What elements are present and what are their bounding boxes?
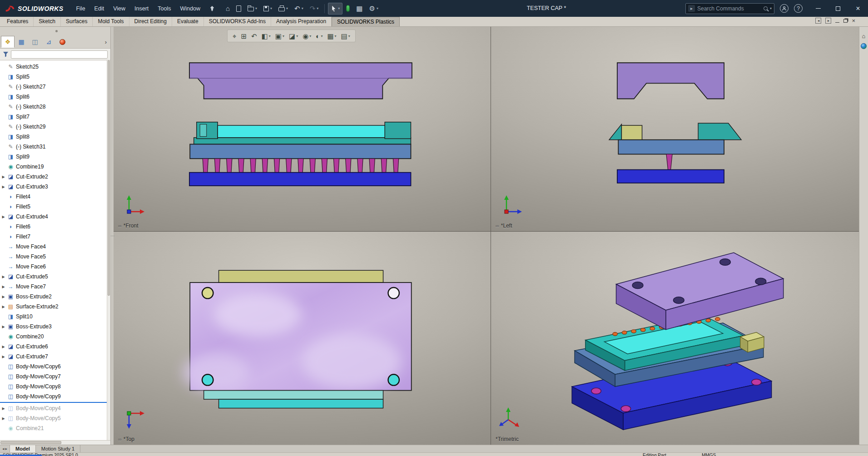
menu-tools[interactable]: Tools <box>153 3 175 14</box>
home-tab-icon[interactable]: ⌂ <box>862 33 866 39</box>
tree-item-cut-extrude2[interactable]: ▶ ◪ Cut-Extrude2 <box>0 172 107 182</box>
top-teal-strip-outer[interactable] <box>204 391 383 399</box>
ribbon-tab-evaluate[interactable]: Evaluate <box>172 17 204 26</box>
tree-item-sketch31[interactable]: ✎ (-) Sketch31 <box>0 142 107 152</box>
tree-item-move-face7[interactable]: ▶ → Move Face7 <box>0 282 107 292</box>
left-steel-plate[interactable] <box>618 140 724 154</box>
tree-item-split6[interactable]: ◨ Split6 <box>0 92 107 102</box>
tab-scroll-left-icon[interactable]: ◂ <box>2 446 5 451</box>
front-steel-plate[interactable] <box>190 144 411 159</box>
featuremanager-tab[interactable]: ❖ <box>1 36 15 48</box>
tree-vertical-scrollbar[interactable] <box>107 60 110 440</box>
tree-item-surface-extrude2[interactable]: ▶ ▤ Surface-Extrude2 <box>0 302 107 312</box>
undo-button[interactable]: ↶▾ <box>292 3 306 14</box>
menu-edit[interactable]: Edit <box>90 3 109 14</box>
ribbon-tab-sketch[interactable]: Sketch <box>34 17 61 26</box>
minimize-button[interactable] <box>808 0 828 17</box>
display-style-button[interactable]: ◪ ▾ <box>288 32 299 40</box>
section-view-button[interactable]: ◧ ▾ <box>260 32 272 40</box>
bottom-tab-model[interactable]: Model <box>10 445 36 452</box>
graphics-area[interactable]: ⌖ ⊞ ↶ ◧ ▾ ▣ ▾ ◪ ▾ ◉ ▾ ◐ ▾ ▦ ▾ ▤ ▾ <box>114 27 859 445</box>
trimetric-top-plate[interactable] <box>616 253 784 329</box>
left-ejector-pin[interactable] <box>666 154 672 169</box>
tree-item-body-move-copy8[interactable]: ◫ Body-Move/Copy8 <box>0 382 107 392</box>
expand-arrow-icon[interactable]: ▶ <box>0 275 7 279</box>
top-view-model[interactable] <box>114 232 491 445</box>
ribbon-tab-analysis-preparation[interactable]: Analysis Preparation <box>271 17 332 26</box>
viewport-pane-trimetric[interactable]: *Trimetric <box>491 232 859 445</box>
tree-item-fillet7[interactable]: ◗ Fillet7 <box>0 232 107 242</box>
front-core-strip[interactable] <box>194 138 411 144</box>
zoom-to-fit-button[interactable]: ⌖ <box>231 32 238 40</box>
configurationmanager-tab[interactable]: ◫ <box>28 36 42 48</box>
apply-scene-button[interactable]: ▦ ▾ <box>326 32 337 40</box>
tree-item-split5[interactable]: ◨ Split5 <box>0 72 107 82</box>
open-document-button[interactable]: ▾ <box>245 3 260 14</box>
top-yellow-strip[interactable] <box>219 270 383 283</box>
tree-item-cut-extrude6[interactable]: ▶ ◪ Cut-Extrude6 <box>0 342 107 352</box>
solidworks-resources-icon[interactable] <box>861 43 867 49</box>
front-base-plate[interactable] <box>189 173 411 186</box>
menu-view[interactable]: View <box>109 3 130 14</box>
tree-item-move-face4[interactable]: → Move Face4 <box>0 242 107 252</box>
tree-item-move-face6[interactable]: → Move Face6 <box>0 262 107 272</box>
tree-item-cut-extrude4[interactable]: ▶ ◪ Cut-Extrude4 <box>0 212 107 222</box>
viewport-pane-top[interactable]: ∞*Top <box>114 232 491 445</box>
units-selector[interactable]: MMGS <box>702 453 716 456</box>
search-commands-box[interactable]: ▸ ▾ <box>685 3 774 14</box>
rollback-bar[interactable] <box>0 402 107 403</box>
front-core-right-block[interactable] <box>385 122 411 139</box>
tree-item-boss-extrude3[interactable]: ▶ ▣ Boss-Extrude3 <box>0 322 107 332</box>
expand-arrow-icon[interactable]: ▶ <box>0 185 7 189</box>
view-settings-button[interactable]: ▤ ▾ <box>340 32 352 40</box>
trimetric-view-model[interactable] <box>491 232 859 445</box>
tree-filter-input[interactable] <box>11 50 108 59</box>
front-top-plate[interactable] <box>189 63 412 99</box>
tree-item-sketch25[interactable]: ✎ Sketch25 <box>0 62 107 72</box>
tree-item-boss-extrude2[interactable]: ▶ ▣ Boss-Extrude2 <box>0 292 107 302</box>
expand-arrow-icon[interactable]: ▶ <box>0 345 7 349</box>
zoom-to-area-button[interactable]: ⊞ <box>239 32 248 40</box>
expand-arrow-icon[interactable]: ▶ <box>0 295 7 299</box>
ribbon-tab-direct-editing[interactable]: Direct Editing <box>129 17 172 26</box>
top-hole-white[interactable] <box>388 287 399 298</box>
left-core-block[interactable] <box>698 123 741 140</box>
tree-item-body-move-copy7[interactable]: ◫ Body-Move/Copy7 <box>0 372 107 382</box>
redo-button[interactable]: ↷▾ <box>307 3 322 14</box>
left-yellow-insert[interactable] <box>621 125 642 140</box>
top-hole-cyan-left[interactable] <box>202 374 213 385</box>
expand-arrow-icon[interactable]: ▶ <box>0 416 7 421</box>
expand-arrow-icon[interactable]: ▶ <box>0 175 7 179</box>
front-view-model[interactable] <box>114 27 491 231</box>
touch-mode-button[interactable] <box>343 3 352 14</box>
expand-arrow-icon[interactable]: ▶ <box>0 215 7 219</box>
tree-item-body-move-copy5[interactable]: ▶ ◫ Body-Move/Copy5 <box>0 413 107 423</box>
top-hole-cyan-right[interactable] <box>388 374 399 385</box>
document-close-button[interactable]: × <box>852 18 855 23</box>
viewport-pane-front[interactable]: ∞*Front <box>114 27 491 231</box>
new-document-button[interactable] <box>233 3 244 14</box>
tree-item-body-move-copy4[interactable]: ▶ ◫ Body-Move/Copy4 <box>0 403 107 413</box>
tree-item-cut-extrude7[interactable]: ▶ ◪ Cut-Extrude7 <box>0 352 107 362</box>
tree-item-sketch28[interactable]: ✎ (-) Sketch28 <box>0 102 107 112</box>
tree-item-cut-extrude3[interactable]: ▶ ◪ Cut-Extrude3 <box>0 182 107 192</box>
expand-arrow-icon[interactable]: ▶ <box>0 285 7 289</box>
tree-item-body-move-copy6[interactable]: ◫ Body-Move/Copy6 <box>0 362 107 372</box>
expand-arrow-icon[interactable]: ▶ <box>0 325 7 329</box>
expand-arrow-icon[interactable]: ▶ <box>0 355 7 359</box>
tree-item-body-move-copy9[interactable]: ◫ Body-Move/Copy9 <box>0 392 107 401</box>
tree-item-sketch29[interactable]: ✎ (-) Sketch29 <box>0 122 107 132</box>
left-view-model[interactable] <box>491 27 859 231</box>
tree-item-split8[interactable]: ◨ Split8 <box>0 132 107 142</box>
ribbon-tab-solidworks-add-ins[interactable]: SOLIDWORKS Add-Ins <box>204 17 271 26</box>
edit-appearance-button[interactable]: ◐ ▾ <box>314 32 324 40</box>
tab-scroll-right-icon[interactable]: ▸ <box>5 446 8 451</box>
front-ejector-pins[interactable] <box>203 159 398 172</box>
menu-insert[interactable]: Insert <box>130 3 153 14</box>
tree-item-cut-extrude5[interactable]: ▶ ◪ Cut-Extrude5 <box>0 272 107 282</box>
tree-item-split9[interactable]: ◨ Split9 <box>0 152 107 162</box>
top-teal-strip-inner[interactable] <box>219 399 383 408</box>
search-input[interactable] <box>697 5 761 12</box>
bottom-tab-motion-study-1[interactable]: Motion Study 1 <box>36 445 80 452</box>
pin-menu-button[interactable] <box>209 5 215 12</box>
